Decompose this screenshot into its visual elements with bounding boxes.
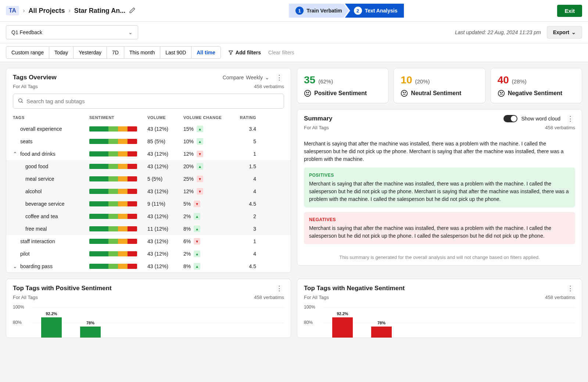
tag-name: coffee and tea [25,213,58,219]
neutral-face-icon [401,90,408,97]
compare-dropdown[interactable]: Compare Weekly ⌄ [223,75,269,80]
col-rating: RATING [230,115,256,120]
last-updated: Last updated: 22 Aug, 2024 11:23 pm [455,29,541,35]
table-row[interactable]: staff interaction43 (12%)6%▼1 [6,235,291,248]
table-row[interactable]: meal service5 (5%)25%▼4 [6,173,291,185]
sentiment-bar [89,176,137,181]
tags-overview-card: Tags Overview Compare Weekly ⌄ ⋮ For All… [6,68,291,273]
time-filter-yesterday[interactable]: Yesterday [73,46,107,59]
export-button[interactable]: Export ⌄ [547,26,582,39]
table-row[interactable]: free meal11 (12%)8%▲3 [6,223,291,235]
word-cloud-toggle[interactable] [503,115,517,122]
neutral-sentiment-card[interactable]: 10 (20%) Neutral Sentiment [394,68,485,103]
sentiment-bar [89,239,137,244]
volume-change: 10%▲ [183,138,227,145]
volume-change: 20%▲ [183,163,227,170]
svg-point-0 [19,99,22,102]
tag-search[interactable] [13,94,284,109]
time-filter-last-90d[interactable]: Last 90D [160,46,191,59]
step-text-analysis[interactable]: 2 Text Analysis [345,4,404,18]
arrow-up-icon: ▲ [194,263,200,270]
more-icon[interactable]: ⋮ [275,73,284,82]
negatives-label: NEGATIVES [309,216,570,223]
add-filters-button[interactable]: Add filters [228,50,261,55]
volume-change: 25%▼ [183,176,227,182]
table-row[interactable]: good food43 (12%)20%▲1.5 [6,160,291,173]
table-row[interactable]: ⌃food and drinks43 (12%)12%▼1 [6,148,291,160]
app-badge[interactable]: TA [6,6,19,15]
chart-bar: 92.2% [332,317,353,338]
chart-bar: 78% [80,327,101,338]
time-filter-7d[interactable]: 7D [107,46,124,59]
svg-point-10 [502,92,502,93]
clear-filters-button[interactable]: Clear filters [268,50,294,55]
table-row[interactable]: coffee and tea43 (12%)2%▲2 [6,210,291,223]
breadcrumb-projects[interactable]: All Projects [28,7,65,15]
compare-label: Compare [223,75,244,80]
chevron-down-icon: ⌄ [128,29,133,35]
more-icon[interactable]: ⋮ [566,284,575,292]
col-change: VOLUME CHANGE [183,115,227,120]
more-icon[interactable]: ⋮ [275,284,284,292]
table-row[interactable]: beverage service9 (11%)5%▼4.5 [6,198,291,210]
table-row[interactable]: ⌄boarding pass43 (12%)8%▲4.5 [6,260,291,273]
time-filter-today[interactable]: Today [49,46,74,59]
arrow-up-icon: ▲ [197,126,203,132]
card-title: Top Tags with Negative Sentiment [304,285,405,292]
arrow-up-icon: ▲ [197,138,203,145]
volume-change: 5%▼ [183,201,227,207]
chevron-up-icon[interactable]: ⌃ [13,151,18,157]
feedback-dropdown[interactable]: Q1 Feedback ⌄ [6,25,138,39]
positive-pct: (62%) [318,78,333,84]
arrow-up-icon: ▲ [194,213,200,220]
time-filter-custom-range[interactable]: Custom range [6,46,49,59]
col-sentiment: SENTIMENT [89,115,144,120]
step-label: Train Verbatim [306,8,342,14]
negative-sentiment-card[interactable]: 40 (28%) Negative Sentiment [491,68,582,103]
bar-label: 78% [80,321,101,325]
svg-point-3 [308,92,309,93]
exit-button[interactable]: Exit [557,5,582,17]
arrow-down-icon: ▼ [197,188,203,195]
volume-change: 8%▲ [183,263,227,270]
volume-value: 43 (12%) [147,213,180,219]
tag-name: good food [25,163,48,169]
step-train-verbatim[interactable]: 1 Train Verbatim [289,4,348,18]
neutral-label: Neutral Sentiment [411,90,461,97]
positive-sentiment-card[interactable]: 35 (62%) Positive Sentiment [297,68,388,103]
positive-bar-chart: 100% 80% 92.2% 78% [6,304,291,338]
negative-bar-chart: 100% 80% 92.2% 78% [297,304,582,338]
negative-count: 40 [498,74,509,86]
volume-change: 12%▼ [183,151,227,157]
sentiment-bar [89,151,137,156]
summary-card: Summary Show word cloud ⋮ For All Tags 4… [297,109,582,266]
breadcrumb-current[interactable]: Star Rating An... [74,7,125,15]
dropdown-value: Q1 Feedback [11,29,42,35]
positives-box: POSITIVES Merchant is saying that after … [304,167,575,208]
y-tick: 80% [13,320,22,325]
edit-icon[interactable] [129,7,136,15]
table-row[interactable]: seats85 (5%)10%▲5 [6,135,291,148]
bar-label: 78% [371,321,392,325]
volume-change: 2%▲ [183,251,227,257]
card-subtitle: For All Tags [13,84,38,89]
arrow-down-icon: ▼ [194,201,200,207]
table-row[interactable]: pilot43 (12%)2%▲4 [6,248,291,260]
arrow-up-icon: ▲ [197,163,203,170]
rating-value: 3 [230,226,256,232]
table-row[interactable]: overall experience43 (12%)15%▲3.4 [6,123,291,135]
rating-value: 3.4 [230,126,256,132]
tag-search-input[interactable] [26,98,279,104]
volume-change: 8%▲ [183,226,227,232]
tag-name: food and drinks [20,151,55,157]
svg-point-7 [405,92,406,93]
chevron-down-icon[interactable]: ⌄ [13,263,18,269]
arrow-down-icon: ▼ [197,176,203,182]
more-icon[interactable]: ⋮ [566,115,575,123]
verbatim-count: 458 verbatims [254,295,284,300]
time-filter-this-month[interactable]: This month [124,46,160,59]
y-tick: 100% [13,304,24,310]
tag-name: alcohol [25,188,42,194]
table-row[interactable]: alcohol43 (12%)12%▼4 [6,185,291,198]
time-filter-all-time[interactable]: All time [191,46,221,59]
